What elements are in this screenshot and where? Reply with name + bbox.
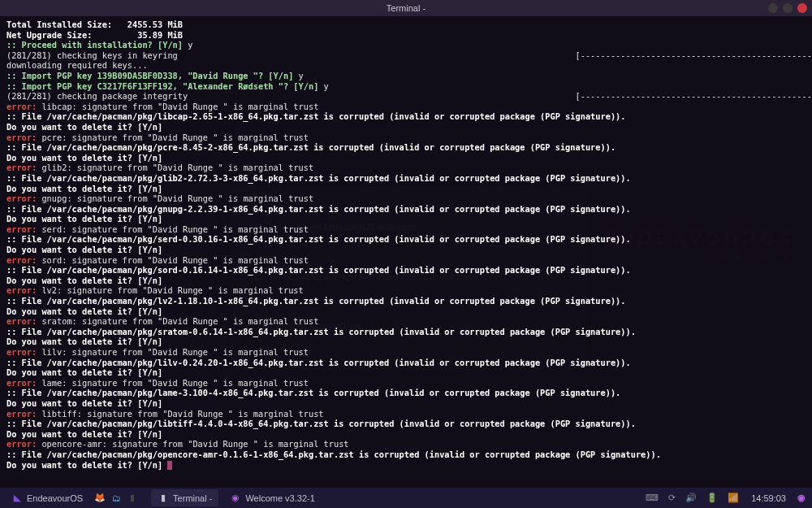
task-welcome[interactable]: ◉ Welcome v3.32-1	[223, 489, 321, 506]
window-title: Terminal -	[387, 3, 425, 13]
close-button[interactable]	[797, 3, 807, 13]
task-terminal[interactable]: ▮ Terminal -	[151, 489, 218, 506]
network-icon[interactable]: 📶	[725, 493, 741, 503]
tray-logo-icon[interactable]: ◉	[796, 493, 807, 504]
updates-icon[interactable]: ⟳	[666, 493, 678, 503]
firefox-icon[interactable]: 🦊	[94, 493, 106, 504]
clock[interactable]: 14:59:03	[746, 493, 791, 503]
terminal-output[interactable]: Total Installed Size: 2455.53 MiBNet Upg…	[0, 16, 812, 488]
taskbar: ◣ EndeavourOS 🦊 🗂 ▮ ▮ Terminal - ◉ Welco…	[0, 488, 812, 508]
minimize-button[interactable]	[768, 3, 778, 13]
titlebar[interactable]: Terminal -	[0, 0, 812, 16]
terminal-launcher-icon[interactable]: ▮	[127, 493, 138, 504]
terminal-window: Terminal - Total Installed Size: 2455.53…	[0, 0, 812, 488]
volume-icon[interactable]: 🔊	[683, 493, 699, 503]
welcome-task-icon: ◉	[230, 493, 241, 504]
terminal-task-icon: ▮	[158, 493, 169, 504]
start-menu[interactable]: ◣ EndeavourOS	[5, 489, 89, 506]
maximize-button[interactable]	[783, 3, 793, 13]
battery-icon[interactable]: 🔋	[704, 493, 720, 503]
keyboard-layout-icon[interactable]: ⌨	[643, 493, 661, 503]
endeavouros-logo-icon: ◣	[11, 493, 23, 504]
files-icon[interactable]: 🗂	[110, 493, 122, 504]
